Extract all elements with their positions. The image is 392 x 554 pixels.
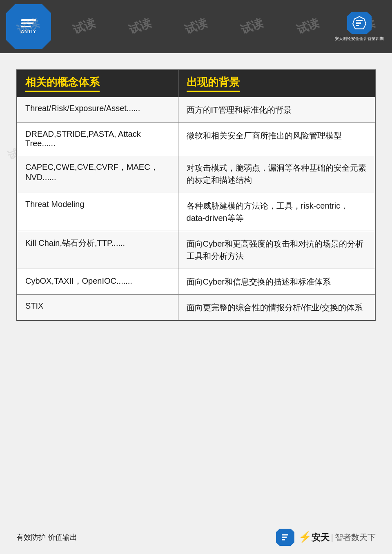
row6-right: 面向Cyber和信息交换的描述和标准体系: [178, 269, 375, 295]
row1-left: Threat/Risk/Exposure/Asset......: [17, 97, 178, 123]
header: ANTIY 试读 试读 试读 试读 试读 试读 试读 安天测绘安全全训营第四期: [0, 0, 392, 53]
footer-brand-name: ⚡安天: [298, 531, 330, 544]
logo-line-2: [21, 22, 33, 24]
logo: ANTIY: [6, 4, 51, 49]
watermark-3: 试读: [127, 16, 154, 38]
logo-line-1: [21, 19, 36, 21]
logo-text: ANTIY: [21, 29, 36, 34]
row2-right: 微软和相关安全厂商所推出的风险管理模型: [178, 123, 375, 155]
table-row: Threat Modeling 各种威胁建模的方法论，工具，risk-centr…: [17, 193, 375, 231]
col1-header: 相关的概念体系: [25, 75, 100, 92]
table-row: Threat/Risk/Exposure/Asset...... 西方的IT管理…: [17, 97, 375, 123]
row6-left: CybOX,TAXII，OpenIOC.......: [17, 269, 178, 295]
row5-right: 面向Cyber和更高强度的攻击和对抗的场景的分析工具和分析方法: [178, 231, 375, 269]
watermark-2: 试读: [71, 16, 98, 38]
table-row: CAPEC,CWE,CVE,CVRF，MAEC，NVD...... 对攻击模式，…: [17, 155, 375, 193]
watermark-5: 试读: [238, 16, 265, 38]
header-right-icon: [347, 12, 372, 34]
col1-header-cell: 相关的概念体系: [17, 70, 178, 97]
table-row: CybOX,TAXII，OpenIOC....... 面向Cyber和信息交换的…: [17, 269, 375, 295]
col2-header: 出现的背景: [187, 75, 240, 92]
row4-right: 各种威胁建模的方法论，工具，risk-centric，data-driven等等: [178, 193, 375, 231]
row3-left: CAPEC,CWE,CVE,CVRF，MAEC，NVD......: [17, 155, 178, 193]
footer-brand: ⚡安天 | 智者数天下: [276, 529, 376, 546]
logo-lines: [21, 19, 36, 27]
row4-left: Threat Modeling: [17, 193, 178, 231]
col2-header-cell: 出现的背景: [178, 70, 375, 97]
footer: 有效防护 价值输出 ⚡安天 | 智者数天下: [0, 529, 392, 546]
row2-left: DREAD,STRIDE,PASTA, Attack Tree......: [17, 123, 178, 155]
row5-left: Kill Chain,钻石分析,TTP......: [17, 231, 178, 269]
footer-tagline: 有效防护 价值输出: [16, 532, 77, 542]
watermark-4: 试读: [183, 16, 209, 38]
table-header-row: 相关的概念体系 出现的背景: [17, 70, 375, 97]
main-table: 相关的概念体系 出现的背景 Threat/Risk/Exposure/Asset…: [16, 69, 376, 321]
table-row: Kill Chain,钻石分析,TTP...... 面向Cyber和更高强度的攻…: [17, 231, 375, 269]
footer-brand-sub: 智者数天下: [335, 532, 376, 543]
row7-right: 面向更完整的综合性的情报分析/作业/交换的体系: [178, 295, 375, 321]
watermark-6: 试读: [294, 16, 321, 38]
logo-line-3: [21, 26, 31, 27]
header-right-text: 安天测绘安全全训营第四期: [335, 36, 384, 42]
header-right-logo: 安天测绘安全全训营第四期: [335, 12, 384, 42]
table-row: DREAD,STRIDE,PASTA, Attack Tree...... 微软…: [17, 123, 375, 155]
footer-logo-icon: [276, 529, 294, 546]
table-row: STIX 面向更完整的综合性的情报分析/作业/交换的体系: [17, 295, 375, 321]
row3-right: 对攻击模式，脆弱点，漏洞等各种基础的安全元素的标定和描述结构: [178, 155, 375, 193]
header-watermarks: 试读 试读 试读 试读 试读 试读 试读: [0, 0, 392, 53]
row7-left: STIX: [17, 295, 178, 321]
row1-right: 西方的IT管理和标准化的背景: [178, 97, 375, 123]
